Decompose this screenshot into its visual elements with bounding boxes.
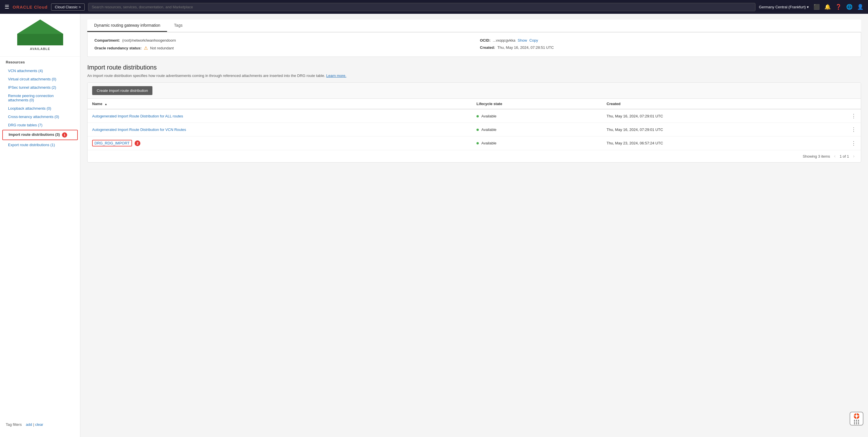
- status-available-dot-2: [476, 129, 479, 131]
- ocid-show-link[interactable]: Show: [518, 38, 527, 42]
- ocid-value: ...vxqqcgvkka: [493, 38, 516, 42]
- cross-tenancy-link[interactable]: Cross-tenancy attachments (0): [0, 113, 80, 121]
- help-fab-dots: [854, 420, 859, 425]
- help-fab-icon: 🛟: [854, 413, 860, 419]
- svg-marker-1: [17, 20, 63, 34]
- info-panel: Compartment: (root)/network/iwanhoogendo…: [87, 32, 861, 57]
- learn-more-link[interactable]: Learn more.: [326, 73, 346, 78]
- import-route-distributions-link[interactable]: Import route distributions (3) 1: [3, 130, 77, 139]
- vcn-routes-link[interactable]: Autogenerated Import Route Distribution …: [92, 127, 186, 132]
- prev-page-button[interactable]: ‹: [832, 153, 837, 159]
- lifecycle-column-header: Lifecycle state: [472, 99, 602, 109]
- row3-lifecycle-value: Available: [482, 141, 497, 145]
- row1-actions-menu[interactable]: ⋮: [846, 109, 861, 123]
- virtual-circuit-link[interactable]: Virtual circuit attachments (0): [0, 75, 80, 83]
- notifications-icon[interactable]: 🔔: [825, 4, 831, 10]
- import-section-description: An import route distribution specifies h…: [87, 73, 861, 78]
- dot-3: [858, 420, 859, 421]
- export-route-distributions-link[interactable]: Export route distributions (1): [0, 141, 80, 149]
- sidebar-item-cross-tenancy[interactable]: Cross-tenancy attachments (0): [0, 113, 80, 121]
- oracle-logo: ORACLE Cloud: [12, 5, 48, 9]
- sidebar-nav-list: VCN attachments (4) Virtual circuit atta…: [0, 67, 80, 149]
- vcn-attachments-link[interactable]: VCN attachments (4): [0, 67, 80, 75]
- ocid-created-col: OCID: ...vxqqcgvkka Show Copy Created: T…: [480, 38, 854, 51]
- tab-drg-information[interactable]: Dynamic routing gateway information: [87, 20, 167, 32]
- row3-actions-menu[interactable]: ⋮: [846, 136, 861, 150]
- table-row: DRG_RDG_IMPORT 2 Available Thu, May 23, …: [88, 136, 861, 150]
- row3-lifecycle-cell: Available: [472, 136, 602, 150]
- redundancy-value: Not redundant: [150, 46, 174, 50]
- tab-tags[interactable]: Tags: [167, 20, 189, 32]
- sidebar-item-import-route-distributions[interactable]: Import route distributions (3) 1: [2, 130, 78, 140]
- sidebar-item-export-route-distributions[interactable]: Export route distributions (1): [0, 141, 80, 149]
- dot-9: [858, 423, 859, 425]
- resources-section-title: Resources: [0, 56, 80, 67]
- all-routes-link[interactable]: Autogenerated Import Route Distribution …: [92, 114, 183, 118]
- drg-route-tables-link[interactable]: DRG route tables (7): [0, 121, 80, 129]
- sidebar-item-loopback[interactable]: Loopback attachments (0): [0, 104, 80, 113]
- import-route-label: Import route distributions (3): [9, 132, 60, 137]
- compartment-value: (root)/network/iwanhoogendoorn: [122, 38, 176, 42]
- tag-clear-link[interactable]: clear: [35, 423, 43, 427]
- sidebar-item-virtual-circuit[interactable]: Virtual circuit attachments (0): [0, 75, 80, 83]
- language-icon[interactable]: 🌐: [846, 4, 852, 10]
- help-fab-button[interactable]: 🛟: [849, 412, 863, 426]
- hamburger-menu-icon[interactable]: ☰: [5, 4, 9, 10]
- row1-name-cell: Autogenerated Import Route Distribution …: [88, 109, 472, 123]
- compartment-info: Compartment: (root)/network/iwanhoogendo…: [94, 38, 468, 42]
- dot-1: [854, 420, 855, 421]
- cloud-text: Cloud: [34, 5, 48, 9]
- created-row: Created: Thu, May 16, 2024, 07:28:51 UTC: [480, 45, 854, 50]
- row2-lifecycle-value: Available: [482, 127, 497, 132]
- dot-4: [854, 422, 855, 423]
- drg-logo-shape: [17, 20, 63, 45]
- cloud-classic-button[interactable]: Cloud Classic >: [51, 3, 85, 11]
- sidebar-item-ipsec[interactable]: IPSec tunnel attachments (2): [0, 83, 80, 92]
- ocid-label: OCID:: [480, 38, 491, 42]
- page-indicator: 1 of 1: [840, 154, 849, 158]
- import-route-section: Import route distributions An import rou…: [87, 64, 861, 162]
- cloud-shell-icon[interactable]: ⬛: [813, 4, 820, 10]
- next-page-button[interactable]: ›: [851, 153, 856, 159]
- row2-created-cell: Thu, May 16, 2024, 07:29:01 UTC: [602, 123, 846, 136]
- import-routes-table: Name ▲ Lifecycle state Created Autogener…: [88, 99, 861, 150]
- ipsec-link[interactable]: IPSec tunnel attachments (2): [0, 83, 80, 92]
- table-row: Autogenerated Import Route Distribution …: [88, 123, 861, 136]
- row2-actions-menu[interactable]: ⋮: [846, 123, 861, 136]
- region-selector[interactable]: Germany Central (Frankfurt) ▾: [759, 5, 809, 9]
- create-import-route-button[interactable]: Create import route distribution: [92, 86, 152, 95]
- tab-bar: Dynamic routing gateway information Tags: [87, 20, 861, 32]
- sidebar: AVAILABLE Resources VCN attachments (4) …: [0, 14, 81, 437]
- name-column-header[interactable]: Name ▲: [88, 99, 472, 109]
- drg-rdg-badge: 2: [135, 141, 141, 146]
- tag-add-link[interactable]: add: [26, 423, 32, 427]
- nav-right-area: Germany Central (Frankfurt) ▾ ⬛ 🔔 ❓ 🌐 👤: [759, 4, 863, 10]
- drg-rdg-import-link[interactable]: DRG_RDG_IMPORT: [94, 141, 130, 145]
- app-body: AVAILABLE Resources VCN attachments (4) …: [0, 14, 868, 437]
- remote-peering-link[interactable]: Remote peering connection attachments (0…: [0, 92, 80, 104]
- dot-8: [856, 423, 857, 425]
- dot-2: [856, 420, 857, 421]
- ocid-copy-link[interactable]: Copy: [529, 38, 538, 42]
- info-grid: Compartment: (root)/network/iwanhoogendo…: [94, 38, 854, 51]
- sidebar-item-remote-peering[interactable]: Remote peering connection attachments (0…: [0, 92, 80, 104]
- status-available-dot: [476, 115, 479, 118]
- help-icon[interactable]: ❓: [835, 4, 842, 10]
- row1-lifecycle-value: Available: [482, 114, 497, 118]
- loopback-link[interactable]: Loopback attachments (0): [0, 104, 80, 113]
- main-content: Dynamic routing gateway information Tags…: [81, 14, 868, 437]
- created-value: Thu, May 16, 2024, 07:28:51 UTC: [497, 45, 554, 50]
- sidebar-item-drg-route-tables[interactable]: DRG route tables (7): [0, 121, 80, 129]
- sidebar-logo-area: AVAILABLE: [0, 20, 80, 56]
- dot-5: [856, 422, 857, 423]
- row2-lifecycle-cell: Available: [472, 123, 602, 136]
- available-status-badge: AVAILABLE: [30, 47, 50, 51]
- created-label: Created:: [480, 45, 495, 50]
- user-account-icon[interactable]: 👤: [857, 4, 863, 10]
- sidebar-item-vcn-attachments[interactable]: VCN attachments (4): [0, 67, 80, 75]
- status-available-dot-3: [476, 142, 479, 145]
- global-search-input[interactable]: [88, 3, 755, 11]
- tag-filters-label: Tag filters: [6, 423, 22, 427]
- dot-7: [854, 423, 855, 425]
- description-text: An import route distribution specifies h…: [87, 73, 325, 78]
